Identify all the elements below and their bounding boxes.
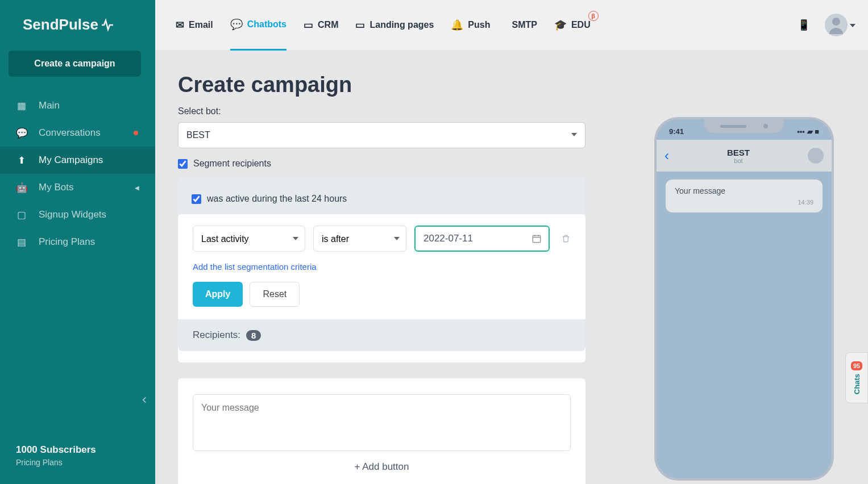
segment-box: was active during the last 24 hours Last… bbox=[178, 177, 585, 362]
nav-icon: ▦ bbox=[16, 100, 27, 111]
collapse-sidebar-icon[interactable] bbox=[139, 395, 149, 405]
calendar-icon[interactable] bbox=[531, 233, 542, 244]
notification-dot bbox=[134, 131, 138, 135]
topnav-label: CRM bbox=[318, 20, 338, 30]
svg-rect-1 bbox=[533, 236, 541, 243]
add-criteria-link[interactable]: Add the list segmentation criteria bbox=[193, 262, 571, 272]
nav-label: My Bots bbox=[39, 182, 73, 193]
logo[interactable]: SendPulse bbox=[0, 0, 155, 51]
reset-button[interactable]: Reset bbox=[250, 282, 300, 307]
topnav-icon: 🎓 bbox=[554, 19, 567, 31]
topnav-label: Email bbox=[189, 20, 213, 30]
filter-panel: Last activity is after Add the list segm… bbox=[178, 214, 585, 362]
sidebar: SendPulse Create a campaign ▦Main💬Conver… bbox=[0, 0, 155, 484]
nav-label: My Campaigns bbox=[39, 155, 103, 166]
page-title: Create campaign bbox=[178, 73, 868, 97]
subscribers-count: 1000 Subscribers bbox=[16, 444, 96, 456]
add-button-link[interactable]: + Add button bbox=[193, 461, 571, 473]
sidebar-item-main[interactable]: ▦Main bbox=[0, 92, 155, 119]
nav-icon: ▤ bbox=[16, 236, 27, 248]
active-24h-label: was active during the last 24 hours bbox=[207, 194, 347, 204]
recipients-count: 8 bbox=[246, 330, 261, 341]
svg-point-0 bbox=[832, 18, 840, 26]
topnav-label: SMTP bbox=[512, 20, 537, 30]
sidebar-footer: 1000 Subscribers Pricing Plans bbox=[16, 444, 96, 467]
topnav-email[interactable]: ✉Email bbox=[176, 1, 213, 49]
sidebar-item-conversations[interactable]: 💬Conversations bbox=[0, 119, 155, 147]
topnav-icon: ▭ bbox=[304, 19, 313, 31]
topnav-landing-pages[interactable]: ▭Landing pages bbox=[355, 1, 434, 49]
topnav-smtp[interactable]: SMTP bbox=[507, 2, 537, 48]
main: Create campaign Select bot: BEST Segment… bbox=[155, 50, 868, 484]
beta-badge: β bbox=[588, 11, 599, 21]
nav-label: Conversations bbox=[39, 127, 101, 139]
sidebar-item-my-campaigns[interactable]: ⬆My Campaigns bbox=[0, 147, 155, 174]
bot-select[interactable]: BEST bbox=[178, 122, 585, 148]
sidebar-item-my-bots[interactable]: 🤖My Bots◀ bbox=[0, 174, 155, 201]
topnav-icon: ✉ bbox=[176, 19, 184, 31]
topnav-edu[interactable]: 🎓EDUβ bbox=[554, 1, 591, 49]
create-campaign-button[interactable]: Create a campaign bbox=[9, 51, 141, 77]
pricing-plans-link[interactable]: Pricing Plans bbox=[16, 458, 96, 467]
nav-icon: ▢ bbox=[16, 209, 27, 220]
chevron-left-icon: ◀ bbox=[135, 185, 139, 191]
apply-button[interactable]: Apply bbox=[193, 282, 243, 307]
nav-label: Pricing Plans bbox=[39, 236, 95, 248]
topbar: ✉Email💬Chatbots▭CRM▭Landing pages🔔PushSM… bbox=[155, 0, 868, 50]
sidebar-item-pricing-plans[interactable]: ▤Pricing Plans bbox=[0, 228, 155, 256]
topnav-crm[interactable]: ▭CRM bbox=[304, 1, 338, 49]
user-avatar[interactable] bbox=[825, 14, 848, 36]
nav-label: Main bbox=[39, 100, 60, 111]
topnav-label: EDU bbox=[571, 20, 591, 30]
nav-icon: ⬆ bbox=[16, 155, 27, 166]
topnav-icon: ▭ bbox=[355, 19, 365, 31]
message-input[interactable] bbox=[193, 394, 571, 451]
pulse-icon bbox=[101, 18, 114, 32]
topnav-icon: 💬 bbox=[230, 18, 243, 31]
topnav-icon: 🔔 bbox=[451, 19, 463, 31]
topnav-chatbots[interactable]: 💬Chatbots bbox=[230, 0, 286, 51]
select-bot-label: Select bot: bbox=[178, 106, 868, 116]
date-input[interactable] bbox=[414, 226, 550, 252]
segment-label: Segment recipients bbox=[193, 158, 271, 169]
nav-items: ▦Main💬Conversations⬆My Campaigns🤖My Bots… bbox=[0, 92, 155, 256]
topnav-label: Chatbots bbox=[247, 19, 286, 30]
topnav-label: Landing pages bbox=[369, 20, 434, 30]
nav-icon: 💬 bbox=[16, 127, 27, 139]
operator-select[interactable]: is after bbox=[313, 226, 406, 252]
recipients-label: Recipients: bbox=[193, 329, 240, 341]
nav-label: Signup Widgets bbox=[39, 209, 106, 220]
nav-icon: 🤖 bbox=[16, 182, 27, 193]
logo-text: SendPulse bbox=[23, 16, 98, 34]
active-24h-checkbox[interactable] bbox=[192, 194, 201, 204]
message-box: + Add button bbox=[178, 378, 585, 484]
topnav-push[interactable]: 🔔Push bbox=[451, 1, 490, 49]
sidebar-item-signup-widgets[interactable]: ▢Signup Widgets bbox=[0, 201, 155, 228]
segment-checkbox[interactable] bbox=[178, 159, 188, 169]
delete-filter-icon[interactable] bbox=[561, 233, 571, 244]
field-select[interactable]: Last activity bbox=[193, 226, 305, 252]
topnav-label: Push bbox=[468, 20, 490, 30]
mobile-icon[interactable]: 📱 bbox=[798, 19, 810, 31]
